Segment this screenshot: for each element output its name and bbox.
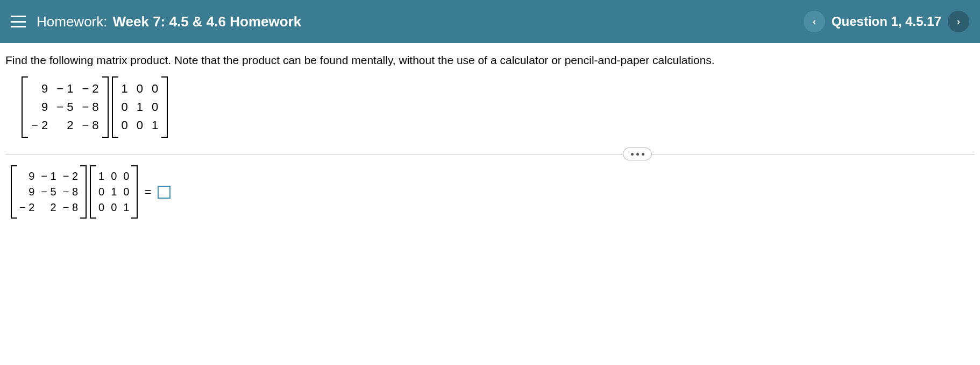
chevron-left-icon: ‹ <box>813 16 816 27</box>
next-question-button[interactable]: › <box>948 11 969 32</box>
app-header: Homework: Week 7: 4.5 & 4.6 Homework ‹ Q… <box>0 0 980 43</box>
question-content: Find the following matrix product. Note … <box>0 43 980 219</box>
question-number-label: Question 1, 4.5.17 <box>832 14 941 29</box>
section-divider <box>5 154 975 155</box>
title-label: Homework: <box>37 13 107 30</box>
hamburger-menu-icon[interactable] <box>11 16 26 27</box>
matrix-b-repeat: 100 010 001 <box>90 165 138 219</box>
chevron-right-icon: › <box>957 16 960 27</box>
prev-question-button[interactable]: ‹ <box>804 11 825 32</box>
dot-icon <box>631 153 634 156</box>
more-options-button[interactable] <box>623 148 652 160</box>
question-prompt: Find the following matrix product. Note … <box>5 54 975 67</box>
matrix-expression-top: 9− 1− 2 9− 5− 8 − 22− 8 100 010 001 <box>5 76 975 138</box>
matrix-a: 9− 1− 2 9− 5− 8 − 22− 8 <box>22 76 109 138</box>
matrix-a-repeat: 9− 1− 2 9− 5− 8 − 22− 8 <box>11 165 87 219</box>
equals-sign: = <box>144 185 151 199</box>
matrix-b: 100 010 001 <box>112 76 168 138</box>
answer-input[interactable] <box>158 186 171 199</box>
title-value: Week 7: 4.5 & 4.6 Homework <box>112 13 301 30</box>
page-title: Homework: Week 7: 4.5 & 4.6 Homework <box>37 13 301 30</box>
header-nav: ‹ Question 1, 4.5.17 › <box>804 11 969 32</box>
dot-icon <box>636 153 639 156</box>
dot-icon <box>642 153 644 156</box>
matrix-expression-answer: 9− 1− 2 9− 5− 8 − 22− 8 100 010 001 = <box>5 165 975 219</box>
